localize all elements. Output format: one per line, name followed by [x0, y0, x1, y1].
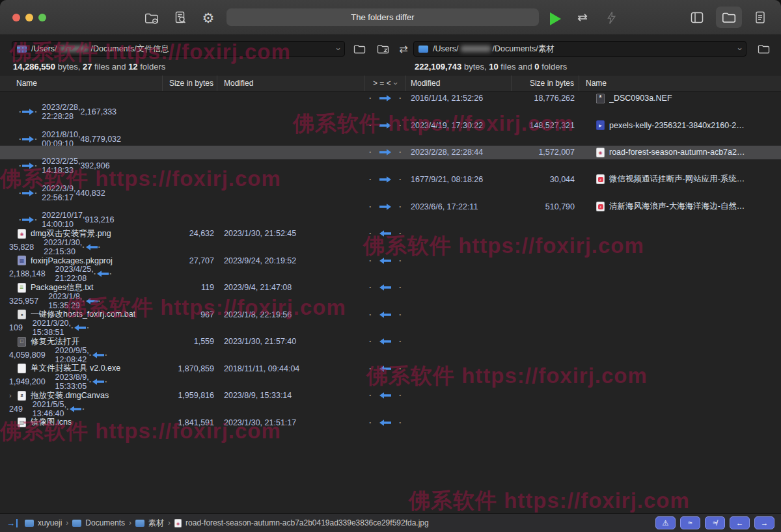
- file-comparison-rows: ··2016/1/14, 21:52:2618,776,262_DSC0903a…: [0, 92, 781, 511]
- copy-right-button[interactable]: →: [754, 516, 774, 529]
- copy-left-arrow-icon: [379, 366, 392, 372]
- file-size: 1,959,816: [178, 391, 214, 400]
- left-browse-folder-button[interactable]: [351, 41, 368, 57]
- dmg-file-icon: [18, 391, 26, 401]
- document-view-icon[interactable]: [752, 10, 769, 25]
- file-size: 1,870,859: [178, 364, 214, 373]
- compare-dot: ·: [394, 254, 406, 267]
- file-row[interactable]: ··2022/10/17, 14:00:10913,216电力设计院 35~11…: [0, 213, 8, 227]
- compare-dot: ·: [394, 173, 406, 187]
- breadcrumb: xuyueji›Documents›素材›road-forest-season-…: [25, 518, 429, 529]
- file-row[interactable]: ··2022/3/9, 22:56:17440,832橱柜.vsd: [0, 186, 8, 200]
- file-row[interactable]: ··2016/1/14, 21:52:2618,776,262_DSC0903a…: [0, 92, 781, 105]
- copy-left-arrow-icon: [92, 352, 105, 358]
- folder-icon: [25, 520, 34, 527]
- chevron-down-icon: ›: [735, 47, 744, 50]
- left-path-selector[interactable]: /Users/ /Documents/文件信息 ›: [12, 41, 345, 57]
- settings-gear-icon[interactable]: ⚙: [200, 10, 217, 25]
- file-name: foxirjPackages.pkgproj: [31, 256, 113, 265]
- copy-left-button[interactable]: ←: [730, 516, 750, 529]
- repeat-sync-icon[interactable]: [574, 10, 591, 25]
- right-path-selector[interactable]: /Users/ /Documents/素材 ›: [413, 41, 747, 57]
- right-modified-column-header[interactable]: Modified: [406, 75, 512, 91]
- run-sync-button[interactable]: [547, 11, 564, 27]
- file-size: 913,216: [85, 215, 114, 224]
- file-row[interactable]: ··2023/2/25, 14:18:33392,906卫生微生物检验学-细菌学…: [0, 159, 8, 173]
- breadcrumb-item[interactable]: 素材: [148, 518, 164, 529]
- file-modified: 2023/2/28, 22:28:44: [411, 148, 483, 157]
- file-row[interactable]: foxirjPackages.pkgproj27,7072023/9/24, 2…: [0, 254, 781, 267]
- breadcrumb-item[interactable]: road-forest-season-autumn-acb7a2b0419ad3…: [185, 518, 429, 527]
- img-file-icon: [596, 148, 605, 157]
- copy-right-arrow-icon: [379, 122, 392, 129]
- file-size: 1,559: [194, 337, 214, 346]
- file-name: 微信视频通话挂断声-网站应用-系统…: [609, 174, 745, 185]
- auto-sync-bolt-icon: [603, 10, 620, 25]
- file-row[interactable]: 一键修改hosts_foxirj.com.bat9672023/1/8, 22:…: [0, 308, 781, 321]
- swap-panes-button[interactable]: ⇄: [395, 41, 412, 57]
- left-size-column-header[interactable]: Size in bytes: [163, 75, 217, 91]
- file-size: 4,059,809: [9, 351, 46, 360]
- file-row[interactable]: Packages信息.txt1192023/9/4, 21:47:08··: [0, 281, 781, 295]
- file-row[interactable]: ··2023/2/28, 22:28:441,572,007road-fores…: [0, 146, 781, 159]
- copy-left-arrow-icon: [379, 392, 392, 399]
- file-row[interactable]: ··2023/2/28, 22:28:282,167,333flower-770…: [0, 105, 8, 119]
- close-window-button[interactable]: [12, 14, 20, 21]
- file-size: 18,776,262: [534, 94, 575, 103]
- file-row[interactable]: Free Icon Tool v2.1.7.0.exe2,188,1482023…: [0, 267, 8, 281]
- term-file-icon: [18, 337, 26, 347]
- left-name-column-header[interactable]: Name: [0, 75, 163, 91]
- right-size-column-header[interactable]: Size in bytes: [512, 75, 579, 91]
- file-size: 27,707: [189, 256, 214, 265]
- file-row[interactable]: dmg拖放安装背景.png35,8282023/1/30, 22:15:30··: [0, 240, 8, 254]
- compare-dot: ·: [364, 200, 376, 213]
- swap-arrows-icon: ⇄: [399, 43, 407, 55]
- play-icon: [550, 12, 561, 25]
- file-row[interactable]: ··2023/4/19, 17:30:22148,527,321pexels-k…: [0, 119, 781, 133]
- file-modified: 2016/1/14, 21:52:26: [411, 94, 483, 103]
- file-modified: 2023/9/24, 20:19:52: [224, 256, 296, 265]
- right-name-column-header[interactable]: Name: [579, 75, 781, 91]
- file-row[interactable]: ··1677/9/21, 08:18:2630,044微信视频通话挂断声-网站应…: [0, 173, 781, 187]
- file-row[interactable]: ··2021/8/10, 00:09:1048,779,032pexels-pa…: [0, 132, 8, 146]
- file-modified: 2023/6/6, 17:22:11: [411, 202, 478, 211]
- right-browse-folder-button[interactable]: [755, 41, 772, 57]
- file-row[interactable]: ›一键修改hosts.app325,9572023/1/8, 15:35:29·…: [0, 294, 8, 308]
- preview-document-icon[interactable]: [172, 10, 189, 25]
- empty-row: [0, 470, 781, 483]
- breadcrumb-item[interactable]: Documents: [85, 518, 125, 527]
- zoom-window-button[interactable]: [38, 14, 46, 21]
- file-size: 24,632: [189, 229, 214, 238]
- file-row[interactable]: 镜像图.icns1,841,5912023/1/30, 21:51:17··: [0, 416, 781, 429]
- file-row[interactable]: dmg双击安装背景.png24,6322023/1/30, 21:52:45··: [0, 227, 781, 241]
- folders-view-toggle[interactable]: [716, 7, 742, 28]
- compare-filter-header[interactable]: > = <›: [364, 75, 406, 91]
- compare-dot: ·: [394, 389, 406, 403]
- disclosure-chevron-icon[interactable]: ›: [9, 392, 18, 399]
- conflicts-button[interactable]: ⚠: [655, 516, 676, 529]
- file-row[interactable]: 修复无法打开1,5592023/1/30, 21:57:40··: [0, 335, 781, 349]
- copy-right-arrow-icon: [21, 217, 34, 223]
- file-row[interactable]: ··2023/6/6, 17:22:11510,790清新海风海浪声-大海海洋海…: [0, 200, 781, 213]
- file-row[interactable]: 单文件封装工具 v2.0.exe1,870,8592018/11/11, 09:…: [0, 362, 781, 375]
- file-size: 325,957: [9, 297, 38, 306]
- approx-equal-button[interactable]: ≈: [680, 516, 700, 529]
- copy-left-arrow-icon: [379, 258, 392, 264]
- left-modified-column-header[interactable]: Modified: [217, 75, 364, 91]
- split-view-icon[interactable]: [689, 10, 706, 25]
- file-size: 440,832: [75, 189, 105, 198]
- file-row[interactable]: ›拖放安装.dmgCanvas1,959,8162023/8/9, 15:33:…: [0, 389, 781, 403]
- file-name: road-forest-season-autumn-acb7a2…: [609, 148, 745, 157]
- image-file-icon: [174, 519, 182, 527]
- minimize-window-button[interactable]: [25, 14, 33, 21]
- folder-history-button[interactable]: [374, 41, 391, 57]
- file-row[interactable]: ›双击安装.dmgCanvas1,949,2002023/8/9, 15:33:…: [0, 375, 8, 389]
- not-equal-button[interactable]: ≉: [705, 516, 725, 529]
- breadcrumb-item[interactable]: xuyueji: [38, 518, 62, 527]
- breadcrumb-separator: ›: [168, 518, 171, 527]
- raw-file-icon: [596, 94, 605, 103]
- file-row[interactable]: 更多应用.webloc2492021/5/5, 13:46:40··: [0, 403, 8, 416]
- compare-folders-icon[interactable]: [143, 10, 160, 25]
- file-row[interactable]: 单文件制作工具 v7.0.1.1 x64.exe4,059,8092020/9/…: [0, 349, 8, 362]
- file-row[interactable]: 佛系软件 - 精品Windows,macOS破解…1092021/3/20, 1…: [0, 321, 8, 335]
